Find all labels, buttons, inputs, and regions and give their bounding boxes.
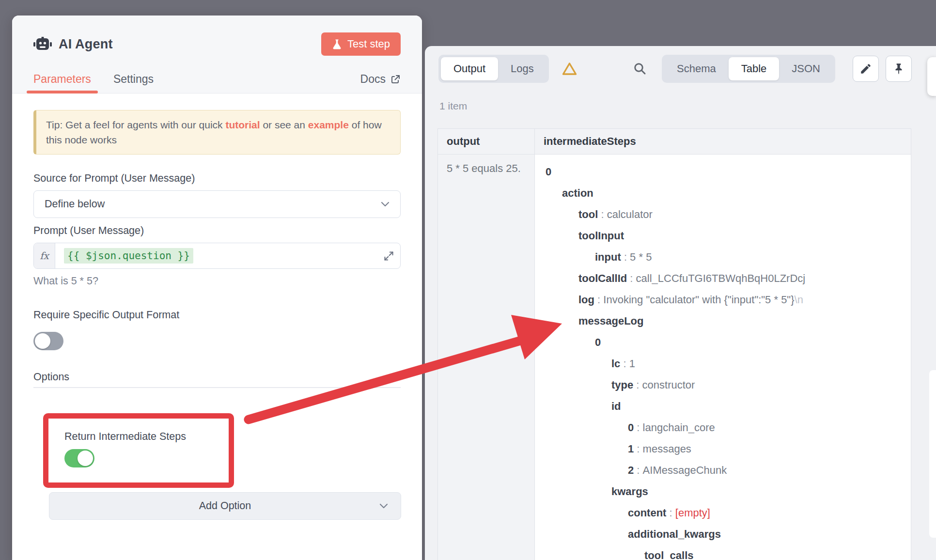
- output-cell: 5 * 5 equals 25.: [438, 155, 535, 560]
- tree-row[interactable]: input : 5 * 5: [546, 247, 911, 268]
- tab-output[interactable]: Output: [441, 57, 498, 80]
- tutorial-link[interactable]: tutorial: [225, 119, 260, 130]
- prompt-expression-field[interactable]: fx {{ $json.question }}: [33, 243, 401, 269]
- warning-icon[interactable]: [562, 62, 577, 76]
- node-title: AI Agent: [33, 37, 113, 52]
- tree-row[interactable]: additional_kwargs: [546, 524, 911, 545]
- require-output-format-toggle[interactable]: [33, 332, 63, 350]
- expand-expression-icon[interactable]: [383, 250, 394, 262]
- expression-value[interactable]: {{ $json.question }}: [64, 248, 193, 264]
- tree-row[interactable]: toolInput: [546, 225, 911, 247]
- docs-link[interactable]: Docs: [360, 73, 401, 93]
- search-icon[interactable]: [633, 62, 647, 76]
- options-divider: [33, 387, 401, 388]
- output-table: output intermediateSteps 5 * 5 equals 25…: [437, 128, 911, 560]
- fx-badge: fx: [34, 243, 55, 268]
- test-step-button[interactable]: Test step: [321, 32, 401, 56]
- source-prompt-label: Source for Prompt (User Message): [33, 172, 401, 185]
- view-json[interactable]: JSON: [779, 57, 833, 80]
- options-label: Options: [33, 371, 401, 383]
- tree-row[interactable]: content : [empty]: [546, 502, 911, 524]
- prompt-label: Prompt (User Message): [33, 224, 401, 237]
- view-mode-switch: Schema Table JSON: [662, 55, 835, 83]
- pencil-icon: [859, 62, 872, 75]
- tree-row[interactable]: 1 : messages: [546, 438, 911, 460]
- tree-row[interactable]: messageLog: [546, 311, 911, 332]
- tree-row[interactable]: kwargs: [546, 481, 911, 502]
- cut-panel-edge-top: [927, 57, 936, 96]
- view-schema[interactable]: Schema: [664, 57, 729, 80]
- chevron-down-icon: [379, 503, 388, 509]
- column-header-output: output: [438, 129, 535, 154]
- tree: 0actiontool : calculatortoolInputinput :…: [535, 155, 911, 560]
- tree-row[interactable]: toolCallId : call_LCCfuTGI6TBWqhBqH0LZrD…: [546, 268, 911, 289]
- tree-row[interactable]: 0: [546, 161, 911, 183]
- output-logs-switch: Output Logs: [438, 55, 549, 83]
- tree-row[interactable]: 0: [546, 332, 911, 353]
- source-prompt-select[interactable]: Define below: [33, 190, 401, 218]
- external-link-icon: [390, 74, 401, 85]
- view-table[interactable]: Table: [729, 57, 780, 80]
- parameters-content: Tip: Get a feel for agents with our quic…: [12, 110, 422, 560]
- pin-icon: [892, 62, 905, 75]
- node-settings-header: AI Agent Test step Parameters Settings D…: [12, 16, 422, 93]
- output-toolbar: Output Logs Schema Table JSON: [438, 55, 912, 83]
- column-header-intermediate-steps: intermediateSteps: [535, 129, 636, 154]
- robot-icon: [33, 37, 52, 51]
- tree-row[interactable]: lc : 1: [546, 353, 911, 374]
- annotation-highlight-box: Return Intermediate Steps: [43, 413, 234, 488]
- items-count: 1 item: [439, 100, 467, 112]
- tree-row[interactable]: 2 : AIMessageChunk: [546, 460, 911, 481]
- tree-row[interactable]: id: [546, 396, 911, 417]
- page-title: AI Agent: [59, 37, 113, 52]
- settings-tabs: Parameters Settings Docs: [33, 69, 401, 93]
- tree-row[interactable]: action: [546, 183, 911, 204]
- tree-row[interactable]: tool : calculator: [546, 204, 911, 225]
- node-settings-panel: AI Agent Test step Parameters Settings D…: [12, 16, 422, 560]
- tree-row[interactable]: type : constructor: [546, 374, 911, 396]
- require-output-format-label: Require Specific Output Format: [33, 309, 401, 321]
- tab-logs[interactable]: Logs: [498, 57, 546, 80]
- output-panel: Output Logs Schema Table JSON: [425, 46, 936, 560]
- add-option-select[interactable]: Add Option: [49, 492, 401, 520]
- tab-parameters[interactable]: Parameters: [33, 73, 91, 93]
- return-intermediate-steps-toggle[interactable]: [64, 449, 94, 467]
- table-header-row: output intermediateSteps: [438, 129, 911, 155]
- expression-preview: What is 5 * 5?: [33, 275, 401, 287]
- return-intermediate-steps-label: Return Intermediate Steps: [64, 430, 229, 443]
- tree-row[interactable]: tool_calls: [546, 545, 911, 560]
- tree-row[interactable]: log : Invoking "calculator" with {"input…: [546, 289, 911, 311]
- tree-row[interactable]: 0 : langchain_core: [546, 417, 911, 438]
- flask-icon: [332, 39, 342, 50]
- tab-settings[interactable]: Settings: [113, 73, 154, 93]
- table-row: 5 * 5 equals 25. 0actiontool : calculato…: [438, 155, 911, 560]
- pin-data-button[interactable]: [886, 56, 912, 82]
- tip-banner: Tip: Get a feel for agents with our quic…: [33, 110, 401, 155]
- cut-panel-edge-mid: [929, 370, 936, 538]
- example-link[interactable]: example: [308, 119, 349, 130]
- edit-output-button[interactable]: [853, 56, 879, 82]
- chevron-down-icon: [381, 202, 390, 207]
